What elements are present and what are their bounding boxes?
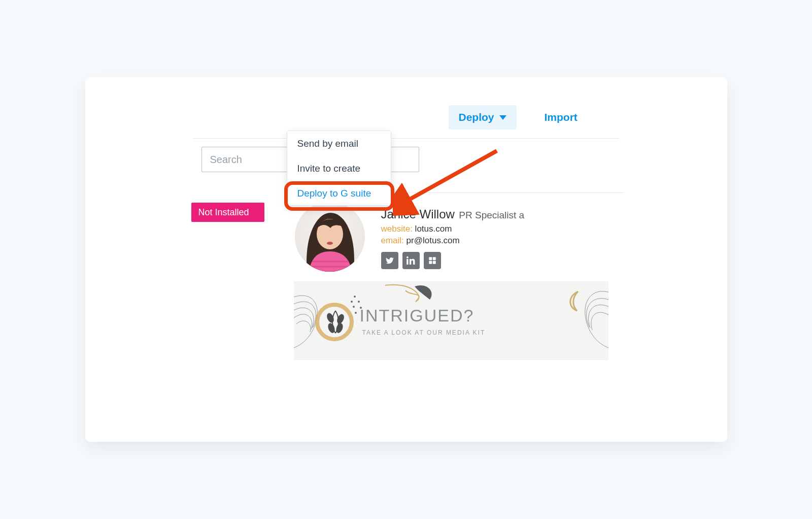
signature-name: Janice Willow: [381, 207, 455, 221]
menu-item-send-email[interactable]: Send by email: [287, 131, 391, 156]
status-badge-label: Not Installed: [198, 207, 249, 218]
deploy-menu: Send by email Invite to create Deploy to…: [287, 131, 391, 206]
svg-rect-5: [432, 257, 435, 260]
svg-point-18: [355, 312, 357, 314]
website-label: website:: [381, 224, 413, 234]
signature-website: website: lotus.com: [381, 224, 452, 234]
signature-email: email: pr@lotus.com: [381, 236, 460, 246]
import-label: Import: [545, 111, 578, 123]
status-badge-not-installed: Not Installed: [191, 203, 264, 222]
svg-point-19: [351, 301, 353, 303]
svg-point-3: [327, 242, 333, 245]
menu-item-invite-create[interactable]: Invite to create: [287, 156, 391, 181]
svg-rect-4: [429, 257, 432, 260]
import-button[interactable]: Import: [545, 105, 578, 129]
avatar: [295, 202, 365, 272]
deploy-label: Deploy: [459, 111, 494, 123]
svg-line-0: [405, 151, 497, 202]
linkedin-icon[interactable]: [402, 252, 420, 269]
svg-point-14: [354, 296, 356, 298]
email-label: email:: [381, 236, 404, 245]
bottom-fade: [85, 376, 727, 442]
banner-headline: INTRIGUED?: [360, 306, 475, 326]
svg-rect-6: [429, 261, 432, 264]
email-value: pr@lotus.com: [407, 236, 460, 245]
google-icon[interactable]: [424, 252, 441, 269]
twitter-icon[interactable]: [381, 252, 398, 269]
svg-rect-7: [432, 261, 435, 264]
signature-role: PR Specialist a: [459, 210, 524, 220]
deploy-button[interactable]: Deploy: [449, 105, 517, 129]
signature-preview: Janice Willow PR Specialist a website: l…: [294, 198, 608, 361]
website-value: lotus.com: [415, 224, 452, 234]
signature-banner[interactable]: INTRIGUED? TAKE A LOOK AT OUR MEDIA KIT: [294, 281, 608, 360]
svg-point-15: [358, 301, 360, 303]
svg-point-16: [353, 306, 355, 308]
app-card: Deploy Import Send by email Invite to cr…: [85, 77, 727, 442]
chevron-down-icon: [499, 115, 506, 120]
banner-subtext: TAKE A LOOK AT OUR MEDIA KIT: [362, 329, 486, 336]
social-icons: [381, 252, 441, 269]
signature-name-row: Janice Willow PR Specialist a: [381, 207, 525, 221]
divider: [193, 138, 619, 139]
menu-item-deploy-gsuite[interactable]: Deploy to G suite: [287, 181, 391, 206]
